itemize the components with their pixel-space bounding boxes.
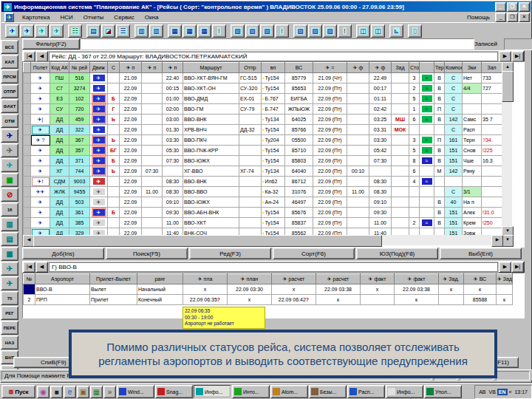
cell-num[interactable]: 9455	[69, 187, 90, 197]
child-close-button[interactable]: ✕	[519, 13, 530, 22]
cell-komp[interactable]: С	[445, 125, 463, 135]
sidebar-button-ФАКТ[interactable]: ФАКТ	[1, 99, 18, 113]
cell-ter[interactable]: М	[434, 166, 445, 177]
toolbar-button-5-3[interactable]: !	[275, 24, 289, 38]
cell-komp[interactable]: 151	[445, 146, 463, 156]
cell-num[interactable]: 367	[69, 135, 90, 146]
cell-ta[interactable]	[142, 115, 163, 125]
cell-zad[interactable]	[392, 208, 409, 218]
cell-dp[interactable]: 22.09	[120, 146, 142, 156]
cell-m[interactable]	[24, 208, 31, 218]
cell-m[interactable]	[24, 166, 31, 177]
menu-item-Отчеты[interactable]: Отчеты	[78, 13, 109, 21]
cell-df[interactable]: 22.09 (Пт)	[313, 208, 347, 218]
cell-m[interactable]	[24, 83, 31, 94]
cell-ter[interactable]: В	[434, 208, 445, 218]
cell-stn[interactable]	[409, 125, 420, 135]
cell-df[interactable]: 22.09 (Пт)	[313, 197, 347, 208]
vertical-scrollbar[interactable]: ▲ ▼	[502, 62, 512, 235]
cell-ta[interactable]	[142, 125, 163, 135]
cell-sti[interactable]: ≈	[420, 218, 434, 228]
cell-tfd[interactable]: 00:17	[369, 83, 392, 94]
cell-mar[interactable]: ВВО-ВНК	[183, 115, 239, 125]
nav2-last-icon[interactable]: ▶|	[511, 262, 524, 273]
cell-ter[interactable]: В	[434, 146, 445, 156]
cell-komp[interactable]: 40	[445, 197, 463, 208]
toolbar-button-4-2[interactable]: ▦	[197, 24, 211, 38]
column-header-Отпр[interactable]: Отпр	[239, 63, 262, 73]
cell-dp[interactable]: 22.09	[120, 83, 142, 94]
cell-ta[interactable]	[142, 104, 163, 115]
cell-m[interactable]	[24, 94, 31, 104]
column-header-Компон[interactable]: Компон	[445, 63, 463, 73]
cell-dp[interactable]: 22.09	[120, 218, 142, 228]
cell-c7[interactable]: 22.09 06:42?	[272, 295, 316, 305]
cell-tfa[interactable]	[347, 125, 369, 135]
cell-bort[interactable]: 85676	[285, 208, 313, 218]
cell-zap[interactable]	[482, 187, 502, 197]
cell-tip[interactable]: ▪Б.767	[262, 94, 285, 104]
vertical-scroll-thumb[interactable]	[502, 71, 514, 102]
cell-mar[interactable]: ВВО-ХКТ-ВЯН-ГМ	[183, 73, 239, 83]
toolbar-button-8-0[interactable]: ⊾	[389, 24, 403, 38]
cell-df[interactable]: 22.09 (Пт)	[313, 83, 347, 94]
sidebar-button-icon-7[interactable]: ✈	[1, 143, 18, 157]
cell-tfa[interactable]	[347, 104, 369, 115]
cell-tfa[interactable]	[347, 208, 369, 218]
cell-tfd[interactable]: 09:30	[369, 208, 392, 218]
cell-kod[interactable]: ЖЛК	[50, 187, 69, 197]
cell-m[interactable]	[24, 146, 31, 156]
cell-otp[interactable]	[239, 197, 262, 208]
cell-ta[interactable]	[142, 94, 163, 104]
cell-ter[interactable]	[434, 177, 445, 187]
cell-tip[interactable]: ▪Ан-24	[262, 197, 285, 208]
filter-input[interactable]	[80, 38, 474, 50]
cell-s[interactable]: Ь	[108, 115, 120, 125]
cell-s[interactable]	[108, 187, 120, 197]
toolbar-button-2-1[interactable]: ◪	[101, 24, 115, 38]
cell-c9[interactable]	[361, 295, 395, 305]
cell-m[interactable]	[24, 125, 31, 135]
cell-c12[interactable]: 85588	[464, 295, 497, 305]
cell-tfa[interactable]	[347, 94, 369, 104]
column-header-ВС[interactable]: ВС	[285, 63, 313, 73]
task-button-Упол...[interactable]: Упол...	[424, 385, 462, 398]
cell-ta[interactable]	[142, 135, 163, 146]
cell-ter[interactable]: В	[434, 83, 445, 94]
cell-tfa[interactable]	[347, 115, 369, 125]
cell-sti[interactable]	[420, 197, 434, 208]
cell-tip[interactable]: ▪Ту154	[262, 83, 285, 94]
cell-ta[interactable]	[142, 83, 163, 94]
cell-tip[interactable]: ▪Ил62	[262, 177, 285, 187]
cell-sti[interactable]: ≈	[420, 135, 434, 146]
cell-tfa[interactable]	[347, 218, 369, 228]
cell-dv[interactable]: ✈	[90, 208, 108, 218]
cell-ta[interactable]	[142, 218, 163, 228]
cell-c5[interactable]: 22.09 06:35?	[183, 295, 228, 305]
quick-launch-icon-5[interactable]: »	[103, 386, 116, 398]
sidebar-button-icon-9[interactable]: ▦	[1, 173, 18, 187]
cell-sti[interactable]	[420, 208, 434, 218]
cell-mar[interactable]: ВВО-ХКТ-ОН	[183, 83, 239, 94]
cell-zad[interactable]	[392, 146, 409, 156]
cell-m[interactable]	[24, 177, 31, 187]
sidebar-button-КАЛ[interactable]: КАЛ	[1, 55, 18, 69]
task-button-Wind...[interactable]: Wind...	[117, 385, 154, 398]
cell-ter[interactable]: В	[434, 218, 445, 228]
cell-tfa[interactable]: 00:10	[347, 166, 369, 177]
cell-df[interactable]: 22.09 (Пт)	[313, 115, 347, 125]
cell-ta[interactable]: 07:30	[142, 166, 163, 177]
column-header-✈ факт[interactable]: ✈ факт	[361, 274, 395, 284]
cell-c1[interactable]	[24, 284, 35, 295]
cell-td[interactable]: 01.30	[163, 125, 183, 135]
cell-zap[interactable]: 16.3	[482, 156, 502, 166]
cell-eki[interactable]: Алек	[463, 208, 482, 218]
quick-launch-icon-0[interactable]: ◉	[37, 386, 50, 398]
task-button-Snag...[interactable]: Snag...	[155, 385, 193, 398]
cell-c11[interactable]	[439, 295, 464, 305]
quick-launch-icon-4[interactable]: ▦	[90, 386, 103, 398]
cell-eki[interactable]: Расп	[463, 125, 482, 135]
cell-sti[interactable]: ≈	[420, 104, 434, 115]
cell-c3[interactable]: Прилет	[90, 295, 137, 305]
cell-td[interactable]: 01:00	[163, 94, 183, 104]
